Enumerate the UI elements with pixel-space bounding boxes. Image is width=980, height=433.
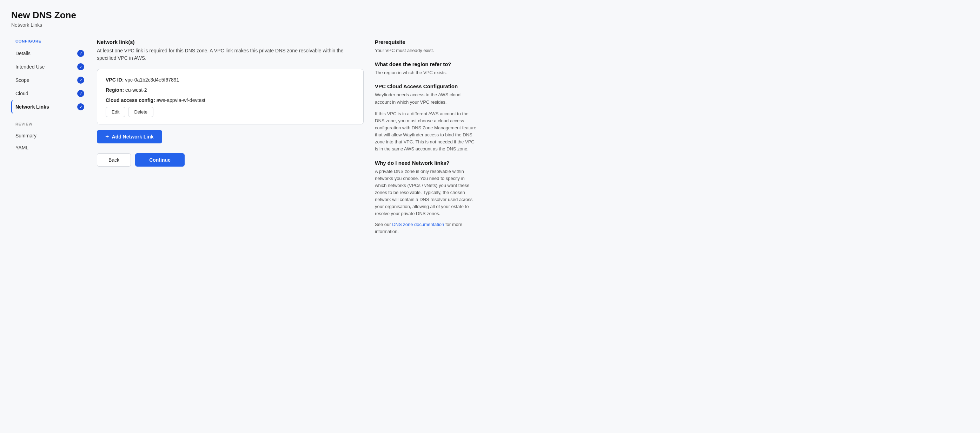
sidebar-item-label: Intended Use — [16, 64, 45, 70]
add-network-link-button[interactable]: + Add Network Link — [97, 130, 162, 144]
vpc-cloud-section: VPC Cloud Access Configuration Wayfinder… — [375, 83, 477, 153]
sidebar-item-intended-use[interactable]: Intended Use ✓ — [11, 60, 89, 73]
sidebar-item-label: Summary — [16, 133, 37, 139]
continue-button[interactable]: Continue — [135, 153, 185, 166]
region-field: Region: eu-west-2 — [106, 86, 355, 94]
configure-section-label: CONFIGURE — [11, 39, 89, 43]
configure-items: Details ✓ Intended Use ✓ Scope ✓ Cloud ✓… — [11, 47, 89, 113]
network-links-why-heading: Why do I need Network links? — [375, 160, 477, 166]
region-heading: What does the region refer to? — [375, 61, 477, 67]
vpc-id-label: VPC ID: — [106, 77, 124, 83]
nav-actions: Back Continue — [97, 153, 364, 166]
card-actions: Edit Delete — [106, 107, 355, 117]
cloud-access-value: aws-appvia-wf-devtest — [156, 97, 205, 103]
vpc-id-value: vpc-0a1b2c3d4e5f67891 — [125, 77, 179, 83]
check-icon-intended-use: ✓ — [77, 63, 84, 70]
sidebar-item-label: YAML — [16, 145, 29, 150]
prerequisite-text: Your VPC must already exist. — [375, 47, 477, 54]
sidebar-item-network-links[interactable]: Network Links ✓ — [11, 100, 89, 113]
vpc-id-field: VPC ID: vpc-0a1b2c3d4e5f67891 — [106, 76, 355, 84]
cloud-access-label: Cloud access config: — [106, 97, 155, 103]
sidebar: CONFIGURE Details ✓ Intended Use ✓ Scope… — [11, 39, 89, 423]
vpc-cloud-heading: VPC Cloud Access Configuration — [375, 83, 477, 89]
cloud-access-field: Cloud access config: aws-appvia-wf-devte… — [106, 97, 355, 104]
sidebar-item-label: Cloud — [16, 91, 29, 96]
plus-icon: + — [105, 134, 109, 140]
check-icon-details: ✓ — [77, 50, 84, 57]
dns-zone-doc-link[interactable]: DNS zone documentation — [392, 222, 444, 227]
sidebar-item-label: Network Links — [16, 104, 49, 110]
sidebar-item-details[interactable]: Details ✓ — [11, 47, 89, 60]
prerequisite-section: Prerequisite Your VPC must already exist… — [375, 39, 477, 54]
doc-text: See our DNS zone documentation for more … — [375, 221, 477, 235]
network-link-card: VPC ID: vpc-0a1b2c3d4e5f67891 Region: eu… — [97, 69, 364, 125]
review-items: Summary YAML — [11, 130, 89, 153]
sidebar-item-scope[interactable]: Scope ✓ — [11, 73, 89, 87]
network-links-why-text: A private DNS zone is only resolvable wi… — [375, 168, 477, 217]
sidebar-item-summary[interactable]: Summary — [11, 130, 89, 142]
sidebar-item-cloud[interactable]: Cloud ✓ — [11, 87, 89, 100]
right-panel: Prerequisite Your VPC must already exist… — [372, 39, 477, 423]
add-network-link-label: Add Network Link — [112, 134, 154, 139]
back-button[interactable]: Back — [97, 153, 131, 166]
edit-button[interactable]: Edit — [106, 107, 125, 117]
delete-button[interactable]: Delete — [128, 107, 153, 117]
add-network-btn-wrapper: + Add Network Link — [97, 130, 364, 144]
region-value: eu-west-2 — [125, 87, 147, 93]
check-icon-scope: ✓ — [77, 77, 84, 84]
network-links-section-desc: At least one VPC link is required for th… — [97, 47, 364, 62]
check-icon-network-links: ✓ — [77, 103, 84, 110]
prerequisite-heading: Prerequisite — [375, 39, 477, 45]
main-content: Network link(s) At least one VPC link is… — [97, 39, 364, 423]
network-links-section-title: Network link(s) — [97, 39, 364, 45]
vpc-cloud-text1: Wayfinder needs access to the AWS cloud … — [375, 91, 477, 105]
page-title: New DNS Zone — [11, 10, 969, 21]
region-text: The region in which the VPC exists. — [375, 69, 477, 76]
network-links-why-section: Why do I need Network links? A private D… — [375, 160, 477, 235]
doc-prefix: See our — [375, 222, 392, 227]
page-subtitle: Network Links — [11, 22, 969, 28]
region-label: Region: — [106, 87, 124, 93]
sidebar-item-label: Details — [16, 51, 30, 56]
sidebar-item-label: Scope — [16, 77, 30, 83]
check-icon-cloud: ✓ — [77, 90, 84, 97]
review-section-label: REVIEW — [11, 122, 89, 126]
region-section: What does the region refer to? The regio… — [375, 61, 477, 76]
vpc-cloud-text2: If this VPC is in a different AWS accoun… — [375, 110, 477, 153]
sidebar-item-yaml[interactable]: YAML — [11, 142, 89, 153]
